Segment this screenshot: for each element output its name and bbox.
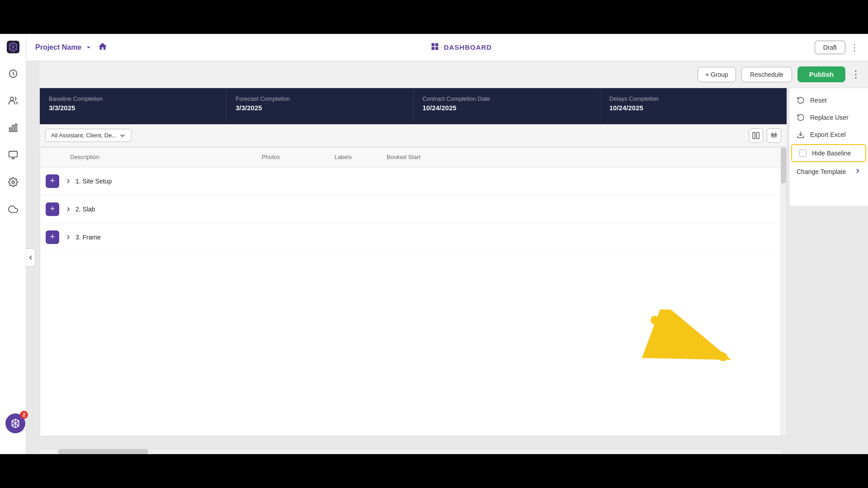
scrollbar-horizontal[interactable] (40, 449, 781, 454)
sidebar-item-chart[interactable] (5, 120, 21, 136)
svg-rect-11 (435, 47, 439, 50)
menu-item-change-template[interactable]: Change Template (789, 163, 868, 180)
svg-point-7 (12, 181, 14, 183)
svg-rect-8 (431, 43, 434, 46)
table-row: + 2. Slab (40, 195, 786, 223)
notification-count: 2 (20, 411, 28, 419)
svg-rect-13 (756, 132, 759, 139)
forecast-completion-label: Forecast Completion (236, 95, 404, 102)
menu-change-template-label: Change Template (797, 168, 846, 175)
forecast-completion-value: 3/3/2025 (236, 104, 404, 112)
menu-item-replace-user[interactable]: Replace User (789, 109, 868, 126)
sidebar-item-clock[interactable] (5, 66, 21, 82)
row-add-button-2[interactable]: + (46, 202, 59, 216)
scrollbar-h-thumb[interactable] (58, 449, 148, 454)
row-height-icon-btn[interactable] (767, 128, 781, 143)
menu-item-hide-baseline[interactable]: Hide Baseline (791, 144, 866, 162)
notification-badge[interactable]: 2 (5, 413, 33, 441)
filter-right (749, 128, 781, 143)
project-name-dropdown[interactable]: Project Name (35, 43, 92, 52)
panel-toggle[interactable] (26, 249, 35, 267)
delays-completion-label: Delays Completion (609, 95, 778, 102)
dashboard-label: DASHBOARD (444, 43, 492, 51)
table-header: Description Photos Labels Booked Start (40, 147, 786, 167)
publish-button[interactable]: Publish (797, 66, 845, 82)
project-name-label: Project Name (35, 43, 81, 52)
replace-user-icon (797, 113, 805, 122)
svg-rect-5 (15, 124, 17, 132)
row-expand-2[interactable] (63, 204, 74, 215)
group-button[interactable]: + Group (698, 67, 736, 82)
summary-cards: Baseline Completion 3/3/2025 Forecast Co… (40, 88, 787, 124)
context-menu-panel: Reset Replace User (789, 88, 868, 206)
contract-completion-label: Contract Completion Date (423, 95, 591, 102)
contract-completion-value: 10/24/2025 (423, 104, 591, 112)
change-template-arrow-icon (854, 168, 861, 175)
baseline-completion-value: 3/3/2025 (49, 104, 217, 112)
row-add-button-1[interactable]: + (46, 174, 59, 188)
filter-dropdown-label: All Assistant, Client, De... (51, 132, 117, 139)
header: Project Name (26, 34, 868, 61)
sidebar (0, 34, 26, 454)
task-table: Description Photos Labels Booked Start +… (40, 147, 787, 436)
contract-completion-card: Contract Completion Date 10/24/2025 (414, 88, 600, 124)
reset-icon (797, 96, 805, 104)
col-header-labels: Labels (307, 154, 379, 160)
assignee-filter-dropdown[interactable]: All Assistant, Client, De... (45, 129, 132, 142)
download-icon (797, 131, 805, 139)
scrollbar-thumb[interactable] (781, 147, 786, 183)
header-more-menu[interactable]: ⋮ (850, 43, 859, 52)
reschedule-button[interactable]: Reschedule (741, 67, 792, 82)
delays-completion-card: Delays Completion 10/24/2025 (600, 88, 787, 124)
svg-rect-6 (9, 151, 17, 157)
menu-hide-baseline-label: Hide Baseline (812, 150, 851, 157)
filter-chevron-icon (119, 132, 126, 139)
row-title-1: 1. Site Setup (74, 178, 112, 185)
svg-rect-3 (9, 128, 11, 131)
row-title-3: 3. Frame (74, 234, 101, 241)
filter-row: All Assistant, Client, De... (40, 124, 787, 147)
sidebar-item-people[interactable] (5, 93, 21, 109)
chevron-down-icon (85, 44, 92, 51)
row-expand-3[interactable] (63, 232, 74, 243)
svg-rect-10 (431, 47, 434, 50)
secondary-toolbar: + Group Reschedule Publish ⋮ (40, 61, 868, 88)
table-row: + 1. Site Setup (40, 167, 786, 195)
svg-rect-9 (435, 43, 439, 46)
col-header-photos: Photos (235, 154, 307, 160)
scrollbar-vertical[interactable] (781, 147, 786, 436)
delays-completion-value: 10/24/2025 (609, 104, 778, 112)
header-right: Draft ⋮ (815, 41, 859, 54)
svg-point-2 (10, 97, 13, 100)
draft-button[interactable]: Draft (815, 41, 845, 54)
menu-item-export-excel[interactable]: Export Excel (789, 126, 868, 143)
columns-icon-btn[interactable] (749, 128, 763, 143)
menu-item-reset[interactable]: Reset (789, 92, 868, 109)
sidebar-item-cloud[interactable] (5, 201, 21, 217)
toolbar-more-menu[interactable]: ⋮ (851, 70, 861, 80)
svg-rect-12 (753, 132, 755, 139)
sidebar-item-monitor[interactable] (5, 147, 21, 163)
main-content: Project Name (26, 34, 868, 454)
header-center: DASHBOARD (113, 42, 809, 53)
menu-export-label: Export Excel (810, 131, 846, 138)
row-add-button-3[interactable]: + (46, 230, 59, 244)
notif-logo[interactable]: 2 (5, 413, 25, 433)
forecast-completion-card: Forecast Completion 3/3/2025 (226, 88, 413, 124)
row-expand-1[interactable] (63, 176, 74, 187)
home-icon[interactable] (98, 42, 108, 53)
svg-rect-4 (12, 126, 14, 132)
hide-baseline-checkbox[interactable] (799, 150, 807, 157)
dashboard-icon (430, 42, 439, 53)
menu-reset-label: Reset (810, 97, 827, 104)
baseline-completion-label: Baseline Completion (49, 95, 217, 102)
col-header-booked: Booked Start (379, 154, 461, 160)
menu-replace-user-label: Replace User (810, 114, 849, 121)
notif-logo-icon (9, 418, 21, 429)
sidebar-logo[interactable] (5, 39, 21, 55)
table-row: + 3. Frame (40, 223, 786, 251)
content-area: + Group Reschedule Publish ⋮ Baseline Co… (26, 61, 868, 454)
baseline-completion-card: Baseline Completion 3/3/2025 (40, 88, 226, 124)
row-title-2: 2. Slab (74, 206, 95, 213)
sidebar-item-settings[interactable] (5, 174, 21, 190)
